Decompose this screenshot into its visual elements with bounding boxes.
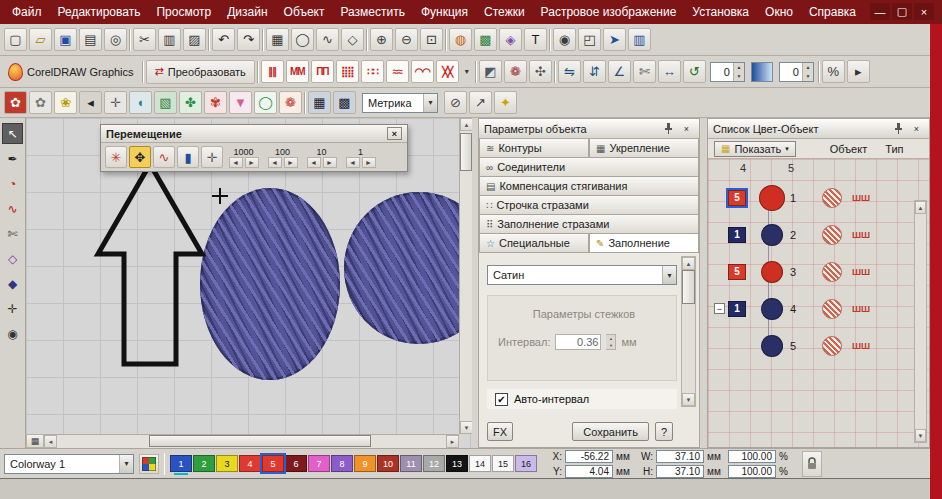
scrollbar-thumb[interactable] [460, 133, 472, 171]
width-value-field[interactable]: 37.10 [656, 450, 704, 463]
palette-swatch[interactable]: 2 [193, 455, 215, 472]
chevron-down-icon[interactable]: ▾ [423, 94, 437, 112]
show-stitches-icon[interactable]: ∿ [316, 28, 339, 51]
object-thumbnail[interactable] [759, 185, 785, 211]
tab-rhinestone-run[interactable]: ∷ Строчка стразами [479, 196, 699, 215]
shape-tool-icon[interactable]: ◆ [2, 273, 23, 294]
save-icon[interactable]: ▣ [54, 28, 77, 51]
gauge-icon[interactable]: ◔ [2, 173, 23, 194]
palette-swatch[interactable]: 11 [400, 455, 422, 472]
gradient-chip[interactable] [751, 62, 773, 82]
copy-icon[interactable]: ▥ [158, 28, 181, 51]
knife-icon[interactable]: ✄ [2, 223, 23, 244]
measure-tape-icon[interactable]: ↔ [658, 60, 681, 83]
step-right-button[interactable]: ► [245, 157, 259, 168]
y-value-field[interactable]: 4.04 [565, 465, 613, 478]
menu-item[interactable]: Редактировать [50, 1, 149, 23]
lock-proportions-icon[interactable] [802, 451, 822, 477]
mirror-y-icon[interactable]: ⇵ [583, 60, 606, 83]
effects-flask-icon[interactable]: ✦ [494, 91, 517, 114]
spin-down-icon[interactable]: ▼ [606, 342, 615, 349]
tab-reinforcement[interactable]: ▦ Укрепление [589, 139, 699, 158]
tab-connectors[interactable]: ∞ Соединители [479, 158, 699, 177]
berries-icon[interactable]: ✾ [204, 91, 227, 114]
satin-fill-icon[interactable]: ∥∥ [261, 60, 284, 83]
menu-item[interactable]: Объект [276, 1, 333, 23]
tab-special[interactable]: ☆ Специальные [479, 234, 589, 253]
spin-up-icon[interactable]: ▲ [734, 63, 744, 72]
step-pattern-icon[interactable]: ▸ [847, 60, 870, 83]
column-header-type[interactable]: Тип [885, 143, 903, 155]
menu-item[interactable]: Установка [684, 1, 757, 23]
step-right-button[interactable]: ► [323, 157, 337, 168]
scroll-left-icon[interactable]: ◄ [44, 435, 57, 448]
zigzag-fill-icon[interactable]: MM [286, 60, 309, 83]
save-button[interactable]: Сохранить [572, 422, 649, 441]
scale-x-field[interactable]: 100.00 [728, 450, 776, 463]
step-left-button[interactable]: ◄ [229, 157, 243, 168]
scroll-up-icon[interactable]: ▲ [460, 118, 472, 131]
cross-stitch-icon[interactable]: ╳╳ [436, 60, 459, 83]
embroidery-object-circle[interactable] [200, 188, 340, 380]
redo-icon[interactable]: ↷ [237, 28, 260, 51]
freehand-icon[interactable]: ∿ [2, 198, 23, 219]
print-preview-icon[interactable]: ◎ [104, 28, 127, 51]
new-document-icon[interactable]: ▢ [4, 28, 27, 51]
picker-icon[interactable]: ↗ [469, 91, 492, 114]
scroll-down-icon[interactable]: ▼ [460, 421, 472, 434]
colorway-column-number[interactable]: 4 [740, 162, 746, 174]
e-stitch-icon[interactable]: ΠΠ [311, 60, 334, 83]
knife-split-icon[interactable]: ✄ [633, 60, 656, 83]
needle-tool-icon[interactable]: ✛ [104, 91, 127, 114]
object-properties-icon[interactable]: ◈ [499, 28, 522, 51]
palette-swatch[interactable]: 4 [239, 455, 261, 472]
fish-icon[interactable]: ◖ [129, 91, 152, 114]
measure-icon[interactable]: ✛ [2, 298, 23, 319]
show-outlines-icon[interactable]: ◇ [341, 28, 364, 51]
pin-tool-icon[interactable]: ◉ [2, 323, 23, 344]
object-thumbnail[interactable] [761, 298, 783, 320]
undo-icon[interactable]: ↶ [212, 28, 235, 51]
maximize-button[interactable]: ▢ [892, 3, 912, 20]
outline-leaf-icon[interactable]: ❀ [54, 91, 77, 114]
menu-item[interactable]: Окно [757, 1, 801, 23]
color-wheel-icon[interactable]: ◍ [449, 28, 472, 51]
horizontal-scrollbar[interactable]: ◄ ► [44, 434, 459, 448]
mirror-tool-icon[interactable]: ◇ [2, 248, 23, 269]
needle-position-icon[interactable]: ✛ [201, 146, 223, 168]
image-icon[interactable]: ▧ [154, 91, 177, 114]
spin-down-icon[interactable]: ▼ [734, 72, 744, 81]
auto-interval-checkbox[interactable]: ✔ [495, 393, 508, 406]
palette-swatch[interactable]: 6 [285, 455, 307, 472]
palette-swatch[interactable]: 9 [354, 455, 376, 472]
zoom-out-icon[interactable]: ⊖ [395, 28, 418, 51]
bezier-pen-icon[interactable]: ✒ [2, 148, 23, 169]
hoop-grid-icon[interactable]: ▩ [333, 91, 356, 114]
contour-stitch-icon[interactable]: ◠◠ [411, 60, 434, 83]
panel-scrollbar[interactable]: ▲ ▼ [914, 200, 927, 443]
no-fill-icon[interactable]: ⊘ [444, 91, 467, 114]
color-object-row[interactable]: 1 2 ШШ [708, 216, 915, 253]
menu-item[interactable]: Разместить [332, 1, 413, 23]
units-select[interactable]: Метрика ▾ [362, 93, 438, 113]
stitch-cursor-icon[interactable]: ∿ [153, 146, 175, 168]
floating-toolbar-titlebar[interactable]: Перемещение × [101, 125, 407, 143]
rotate-angle-input[interactable]: 0 ▲ ▼ [710, 62, 745, 82]
machine-manager-icon[interactable]: ▥ [628, 28, 651, 51]
object-thumbnail[interactable] [761, 261, 783, 283]
motif-fill-icon[interactable]: ≈≈ [386, 60, 409, 83]
pattern-stamp-icon[interactable]: ❁ [504, 60, 527, 83]
spin-up-icon[interactable]: ▲ [803, 63, 813, 72]
arrow-outline-shape[interactable] [90, 158, 220, 370]
embroidery-object-circle[interactable] [344, 192, 472, 344]
palette-swatch[interactable]: 13 [446, 455, 468, 472]
rotate-ccw-icon[interactable]: ↺ [683, 60, 706, 83]
panel-scrollbar[interactable]: ▲ ▼ [681, 256, 696, 407]
scroll-up-icon[interactable]: ▲ [915, 201, 926, 214]
percent-scale-icon[interactable]: % [822, 60, 845, 83]
transform-button[interactable]: ⇄ Преобразовать [146, 60, 255, 84]
height-value-field[interactable]: 37.10 [656, 465, 704, 478]
step-left-button[interactable]: ◄ [268, 157, 282, 168]
close-icon[interactable]: × [679, 122, 694, 136]
applique-shirt-icon[interactable]: ▼ [229, 91, 252, 114]
